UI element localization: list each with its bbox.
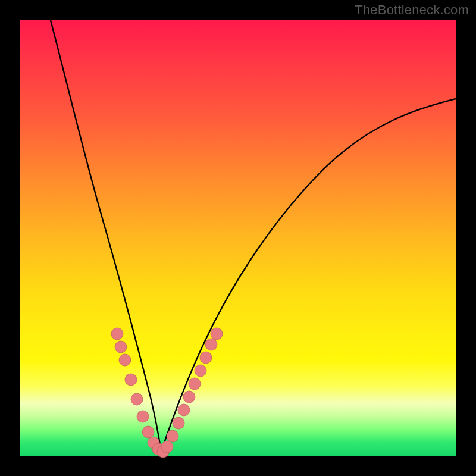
marker <box>119 354 131 366</box>
marker <box>205 339 217 350</box>
marker <box>211 328 223 340</box>
marker <box>142 426 154 438</box>
marker <box>173 417 184 429</box>
right-branch-path <box>161 99 456 452</box>
watermark-text: TheBottleneck.com <box>355 2 469 18</box>
curve-layer <box>20 20 456 456</box>
marker <box>189 378 201 390</box>
marker <box>195 365 206 377</box>
marker <box>137 411 149 422</box>
marker <box>178 404 190 416</box>
marker <box>161 441 173 453</box>
left-branch-path <box>51 20 161 452</box>
marker-group <box>111 328 223 458</box>
marker <box>183 391 195 403</box>
plot-area <box>20 20 456 456</box>
marker <box>125 374 137 386</box>
chart-frame: TheBottleneck.com <box>0 0 476 476</box>
marker <box>200 352 212 364</box>
marker <box>131 393 143 405</box>
marker <box>115 341 127 353</box>
marker <box>167 430 178 442</box>
marker <box>111 328 123 340</box>
